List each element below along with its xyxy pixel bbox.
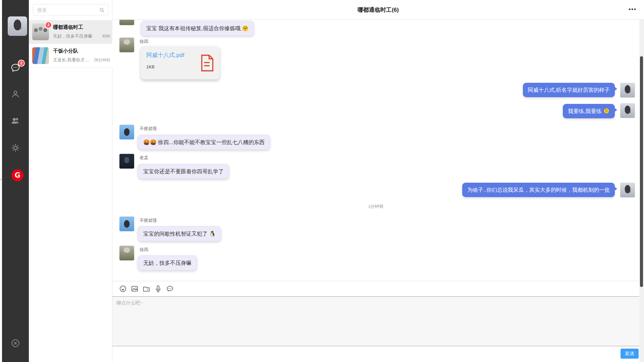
window-gutter: › [0, 0, 2, 362]
message-bubble: 宝宝的间歇性机智证又犯了 🐧 [138, 226, 221, 241]
emoji-icon[interactable] [118, 284, 127, 294]
message-bubble: 宝宝 我这有本祖传秘笈,很适合你修炼哦 🤗 [141, 21, 254, 36]
chat-title: 哪都通临时工(6) [358, 6, 399, 14]
nav-sidebar: 2 [2, 0, 29, 362]
close-icon [10, 338, 21, 349]
message-dots-icon[interactable] [165, 284, 174, 294]
sender-name: 不摇碧莲 [140, 126, 157, 132]
composer-toolbar [112, 281, 174, 296]
composer: 发送 [112, 281, 644, 362]
conversation-preview: 王道长,我看你才… [53, 57, 93, 63]
sender-name: 不摇碧莲 [140, 218, 157, 224]
message-avatar[interactable] [119, 20, 134, 25]
close-button[interactable] [2, 338, 29, 349]
message-avatar[interactable] [119, 38, 134, 52]
conversation-name: 干饭小分队 [53, 48, 78, 54]
message-scroll-area: 宝宝 我这有本祖传秘笈,很适合你修炼哦 🤗 徐四 阿威十八式.pdf 1KB 阿… [112, 20, 644, 281]
chat-unread-badge: 2 [18, 60, 25, 67]
search-box [33, 4, 108, 15]
message-avatar[interactable] [620, 103, 635, 118]
sidebar-item-groups[interactable] [2, 115, 29, 126]
microphone-icon[interactable] [153, 284, 163, 294]
collapse-arrow-icon[interactable]: › [0, 177, 1, 181]
message-avatar[interactable] [119, 217, 134, 231]
sidebar-item-contacts[interactable] [2, 88, 29, 99]
message-bubble: 为啥子..你们总说我呆瓜，其实大多的时候，我都机制的一批 [462, 183, 615, 197]
conversation-item-nadutong[interactable]: 2 哪都通临时工 无妨，技多不压身嘛 刚刚 [29, 20, 112, 44]
conversation-name: 哪都通临时工 [53, 24, 83, 31]
folder-icon[interactable] [142, 284, 151, 294]
message-avatar[interactable] [119, 154, 134, 169]
sender-name: 老孟 [140, 155, 148, 161]
message-avatar[interactable] [119, 125, 134, 139]
chat-bubble-icon: 2 [10, 62, 21, 73]
conversation-avatar [32, 47, 49, 64]
message-bubble: 阿威十八式,听名字就好厉害的样子 [523, 83, 615, 97]
message-avatar[interactable] [620, 83, 635, 98]
pdf-document-icon [200, 54, 214, 72]
message-bubble: 宝宝你还是不要跟着你四哥乱学了 [138, 164, 229, 179]
message-bubble: 我要练,我要练 🫠 [563, 104, 615, 118]
image-icon[interactable] [130, 284, 139, 294]
send-button[interactable]: 发送 [621, 349, 639, 359]
conversation-item-ganfan[interactable]: 干饭小分队 王道长,我看你才… 26分钟前 [29, 44, 112, 68]
message-avatar[interactable] [119, 246, 134, 260]
unread-badge: 2 [45, 21, 52, 28]
time-divider: 1分钟前 [112, 203, 639, 209]
scrollbar-thumb[interactable] [640, 56, 643, 287]
message-avatar[interactable] [620, 183, 635, 197]
contacts-icon [10, 88, 21, 99]
sidebar-item-chats[interactable]: 2 [2, 62, 29, 73]
sidebar-item-settings[interactable] [2, 142, 29, 153]
conversation-list-panel: 2 哪都通临时工 无妨，技多不压身嘛 刚刚 干饭小分队 王道长,我看你才… 26… [29, 0, 112, 362]
message-bubble: 无妨，技多不压身嘛 [138, 255, 197, 270]
conversation-time: 26分钟前 [94, 57, 110, 63]
g-logo[interactable]: G [11, 169, 23, 181]
search-icon[interactable] [99, 7, 105, 13]
conversation-time: 刚刚 [102, 34, 110, 39]
conversation-preview: 无妨，技多不压身嘛 [53, 33, 101, 39]
chat-main: 哪都通临时工(6) ••• 宝宝 我这有本祖传秘笈,很适合你修炼哦 🤗 徐四 阿… [112, 0, 644, 362]
message-input[interactable] [112, 296, 644, 346]
scrollbar-track[interactable] [639, 20, 644, 362]
search-input[interactable] [37, 5, 98, 15]
chat-app-window: › 2 [0, 0, 644, 362]
message-bubble: 🤬🤬 徐四...你能不能不教宝宝一些乱七八糟的东西 [138, 135, 270, 150]
user-avatar[interactable] [8, 16, 27, 36]
gear-icon [10, 142, 21, 153]
more-menu-icon[interactable]: ••• [629, 6, 637, 13]
file-message-card[interactable]: 阿威十八式.pdf 1KB [141, 46, 220, 79]
sender-name: 徐四 [140, 39, 148, 45]
sender-name: 徐四 [140, 247, 148, 253]
chat-header: 哪都通临时工(6) ••• [112, 0, 644, 20]
group-icon [10, 115, 21, 126]
